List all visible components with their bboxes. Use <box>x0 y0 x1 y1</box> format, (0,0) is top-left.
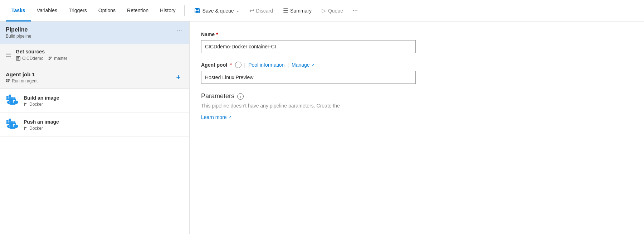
summary-icon: ☰ <box>283 7 288 14</box>
svg-rect-18 <box>9 97 11 99</box>
svg-point-24 <box>7 100 18 105</box>
more-button[interactable]: ··· <box>350 5 361 16</box>
agent-job-header[interactable]: Agent job 1 Run on agent + <box>0 66 189 89</box>
left-panel: Pipeline Build pipeline ··· Get sources <box>0 22 190 234</box>
nav-history[interactable]: History <box>154 0 181 22</box>
save-queue-chevron: ⌄ <box>236 8 239 13</box>
agent-pool-row: Agent pool * i | Pool information | Mana… <box>201 62 633 68</box>
svg-rect-19 <box>11 97 13 99</box>
required-star-name: * <box>216 32 218 37</box>
agent-pool-label: Agent pool <box>201 62 227 68</box>
svg-rect-11 <box>6 79 8 80</box>
svg-rect-1 <box>196 8 198 10</box>
svg-rect-15 <box>8 81 9 82</box>
pipeline-title: Pipeline <box>6 27 31 33</box>
svg-rect-32 <box>9 121 11 123</box>
pipeline-more-button[interactable]: ··· <box>175 27 184 33</box>
task-build-name: Build an image <box>24 95 59 101</box>
pipe-sep-2: | <box>287 62 289 68</box>
svg-point-25 <box>9 102 10 102</box>
discard-button[interactable]: ↩ Discard <box>246 5 277 16</box>
svg-rect-20 <box>6 96 9 97</box>
nav-retention[interactable]: Retention <box>121 0 154 22</box>
docker-icon-push <box>6 118 19 132</box>
agent-pool-field-group: Agent pool * i | Pool information | Mana… <box>201 62 633 84</box>
repo-icon <box>16 56 21 61</box>
nav-divider <box>184 5 185 16</box>
repo-item: CICDdemo <box>16 56 43 61</box>
agent-pool-info-icon[interactable]: i <box>235 62 241 68</box>
nav-options[interactable]: Options <box>93 0 121 22</box>
external-link-icon: ↗ <box>311 63 314 67</box>
manage-link[interactable]: Manage ↗ <box>292 62 314 68</box>
get-sources-section[interactable]: Get sources CICDdemo <box>0 44 189 66</box>
nav-variables[interactable]: Variables <box>31 0 63 22</box>
task-item-build[interactable]: Build an image Docker <box>0 89 189 113</box>
svg-point-39 <box>9 126 10 126</box>
svg-rect-22 <box>9 95 11 96</box>
branch-item: master <box>48 56 67 61</box>
nav-tasks[interactable]: Tasks <box>6 0 31 22</box>
nav-triggers[interactable]: Triggers <box>63 0 93 22</box>
flag-icon-push <box>24 126 28 130</box>
agent-pool-input[interactable] <box>201 71 416 84</box>
pipeline-header: Pipeline Build pipeline ··· <box>0 22 189 44</box>
svg-rect-26 <box>13 100 14 103</box>
svg-rect-23 <box>13 97 15 99</box>
task-build-sub: Docker <box>24 102 59 107</box>
save-icon <box>194 8 200 14</box>
pool-information-link[interactable]: Pool information <box>248 62 284 68</box>
flag-icon-build <box>24 102 28 106</box>
task-icon-push <box>6 118 19 132</box>
parameters-info-icon[interactable]: i <box>237 93 244 100</box>
task-push-sub: Docker <box>24 126 59 131</box>
svg-point-38 <box>7 124 18 129</box>
queue-icon: ▷ <box>322 8 326 14</box>
get-sources-meta: CICDdemo master <box>16 56 67 61</box>
svg-rect-36 <box>9 119 11 120</box>
main-layout: Pipeline Build pipeline ··· Get sources <box>0 22 644 234</box>
task-item-push[interactable]: Push an image Docker <box>0 113 189 137</box>
top-nav: Tasks Variables Triggers Options Retenti… <box>0 0 644 22</box>
task-push-name: Push an image <box>24 119 59 125</box>
task-info-build: Build an image Docker <box>24 95 59 107</box>
name-label: Name * <box>201 32 633 37</box>
svg-rect-40 <box>13 124 14 127</box>
learn-more-external-icon: ↗ <box>228 115 231 120</box>
learn-more-link[interactable]: Learn more ↗ <box>201 114 633 120</box>
summary-button[interactable]: ☰ Summary <box>279 5 315 16</box>
task-info-push: Push an image Docker <box>24 119 59 131</box>
svg-rect-12 <box>8 79 9 80</box>
svg-rect-37 <box>13 121 15 123</box>
queue-button[interactable]: ▷ Queue <box>318 5 347 16</box>
agent-job-title: Agent job 1 <box>6 71 38 77</box>
pipeline-subtitle: Build pipeline <box>6 34 31 39</box>
svg-rect-13 <box>9 79 10 80</box>
agent-job-sub: Run on agent <box>6 78 38 83</box>
pipe-sep-1: | <box>244 62 246 68</box>
nav-actions: Save & queue ⌄ ↩ Discard ☰ Summary ▷ Que… <box>190 5 361 16</box>
save-queue-button[interactable]: Save & queue ⌄ <box>190 5 243 16</box>
name-input[interactable] <box>201 40 416 53</box>
svg-rect-31 <box>6 121 9 123</box>
svg-rect-30 <box>6 123 16 124</box>
drag-handle <box>6 53 11 57</box>
undo-icon: ↩ <box>249 7 254 14</box>
svg-rect-21 <box>9 96 11 97</box>
svg-marker-29 <box>25 102 27 104</box>
name-field-group: Name * <box>201 32 633 53</box>
run-on-agent-icon <box>6 79 10 83</box>
get-sources-title: Get sources <box>16 49 67 54</box>
branch-icon <box>48 56 53 61</box>
add-task-button[interactable]: + <box>173 73 184 82</box>
right-panel: Name * Agent pool * i | Pool information… <box>190 22 644 234</box>
svg-rect-16 <box>6 99 16 100</box>
svg-point-7 <box>49 57 50 58</box>
svg-rect-14 <box>6 81 8 82</box>
agent-job-info: Agent job 1 Run on agent <box>6 71 38 83</box>
task-icon-build <box>6 94 19 108</box>
svg-rect-2 <box>195 11 199 13</box>
svg-rect-33 <box>11 121 13 123</box>
get-sources-info: Get sources CICDdemo <box>16 49 67 61</box>
pipeline-header-info: Pipeline Build pipeline <box>6 27 31 39</box>
